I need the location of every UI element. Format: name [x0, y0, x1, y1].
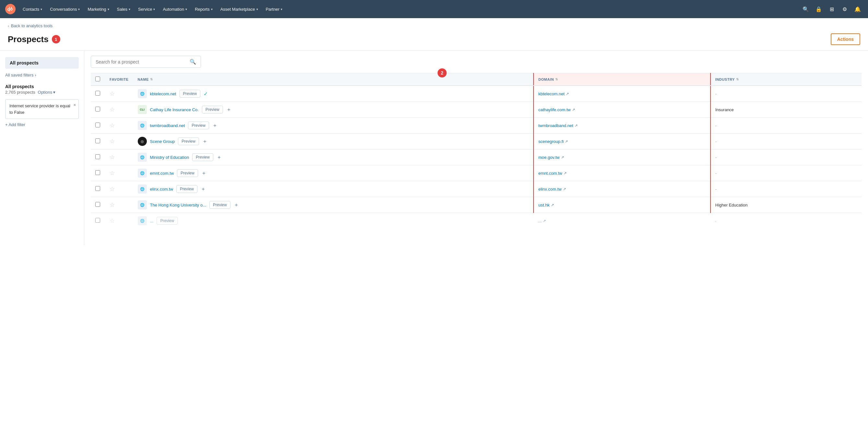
row-checkbox[interactable]: [95, 186, 100, 191]
domain-link[interactable]: elinx.com.tw ↗: [538, 187, 706, 191]
row-checkbox[interactable]: [95, 202, 100, 207]
filter-close-button[interactable]: ×: [73, 102, 76, 108]
page-wrapper: ‹ Back to analytics tools Prospects 1 Ac…: [0, 18, 868, 448]
sidebar-count-row: 2,765 prospects Options ▾: [5, 90, 79, 95]
domain-link[interactable]: ust.hk ↗: [538, 203, 706, 207]
row-checkbox[interactable]: [95, 91, 100, 96]
domain-link[interactable]: moe.gov.tw ↗: [538, 155, 706, 160]
preview-button[interactable]: Preview: [202, 106, 223, 114]
domain-link[interactable]: cathaylife.com.tw ↗: [538, 107, 706, 112]
external-link-icon: ↗: [564, 171, 566, 175]
th-industry[interactable]: INDUSTRY ⇅: [711, 73, 862, 86]
domain-link[interactable]: emnt.com.tw ↗: [538, 171, 706, 176]
cell-industry: -: [711, 133, 862, 149]
star-icon[interactable]: ☆: [110, 90, 115, 97]
bell-icon[interactable]: 🔔: [852, 4, 863, 14]
preview-button[interactable]: Preview: [192, 153, 213, 161]
company-name-link[interactable]: elinx.com.tw: [150, 187, 174, 191]
search-input-wrap[interactable]: 🔍: [91, 56, 201, 68]
row-checkbox[interactable]: [95, 170, 100, 175]
cell-checkbox: [91, 181, 105, 197]
company-name-link[interactable]: kbtelecom.net: [150, 91, 176, 96]
domain-link[interactable]: scenegroup.fi ↗: [538, 139, 706, 144]
preview-button[interactable]: Preview: [176, 185, 197, 193]
nav-conversations[interactable]: Conversations ▾: [47, 5, 83, 13]
star-icon[interactable]: ☆: [110, 106, 115, 113]
company-name-link[interactable]: Scene Group: [150, 139, 175, 144]
row-checkbox[interactable]: [95, 154, 100, 159]
row-action-plus-icon[interactable]: ＋: [217, 154, 222, 161]
row-action-plus-icon[interactable]: ＋: [212, 122, 217, 129]
company-name-link[interactable]: twmbroadband.net: [150, 123, 185, 128]
star-icon[interactable]: ☆: [110, 202, 115, 208]
th-favorite[interactable]: FAVORITE: [105, 73, 133, 86]
nav-service[interactable]: Service ▾: [135, 5, 158, 13]
nav-reports[interactable]: Reports ▾: [191, 5, 216, 13]
cell-favorite: ☆: [105, 181, 133, 197]
row-action-plus-icon[interactable]: ＋: [201, 170, 207, 177]
add-filter-button[interactable]: + Add filter: [5, 122, 79, 127]
preview-button[interactable]: Preview: [209, 201, 230, 209]
nav-partner[interactable]: Partner ▾: [262, 5, 286, 13]
cell-domain: moe.gov.tw ↗: [533, 149, 711, 165]
row-action-plus-icon[interactable]: ＋: [202, 138, 208, 145]
nav-sales[interactable]: Sales ▾: [114, 5, 134, 13]
row-action-plus-icon[interactable]: ＋: [234, 202, 239, 208]
select-all-checkbox[interactable]: [95, 77, 100, 81]
table-row: ☆ CLI Cathay Life Insurance Co. Preview …: [91, 102, 862, 118]
row-checkbox[interactable]: [95, 218, 100, 223]
star-icon[interactable]: ☆: [110, 138, 115, 145]
settings-icon[interactable]: ⚙: [839, 4, 850, 14]
row-action-plus-icon[interactable]: ＋: [200, 186, 206, 192]
apps-icon[interactable]: ⊞: [827, 4, 837, 14]
cell-favorite: ☆: [105, 165, 133, 181]
row-checkbox[interactable]: [95, 107, 100, 112]
th-domain[interactable]: DOMAIN ⇅: [533, 73, 711, 86]
nav-contacts[interactable]: Contacts ▾: [20, 5, 45, 13]
sidebar-all-prospects[interactable]: All prospects: [5, 57, 79, 69]
preview-button[interactable]: Preview: [180, 90, 200, 97]
nav-marketing[interactable]: Marketing ▾: [84, 5, 112, 13]
domain-link[interactable]: kbtelecom.net ↗: [538, 91, 706, 96]
filter-chip: Internet service provider is equal to Fa…: [5, 99, 79, 119]
row-action-plus-icon[interactable]: ＋: [226, 106, 231, 113]
star-icon[interactable]: ☆: [110, 170, 115, 176]
hubspot-logo[interactable]: [5, 4, 16, 14]
star-icon[interactable]: ☆: [110, 217, 115, 224]
star-icon[interactable]: ☆: [110, 186, 115, 192]
saved-filters-link[interactable]: All saved filters ›: [5, 72, 79, 78]
company-name-link[interactable]: ...: [150, 218, 154, 223]
lock-icon[interactable]: 🔒: [813, 4, 824, 14]
table-row: ☆ 🌐 kbtelecom.net Preview ✓ kbtelecom.ne…: [91, 86, 862, 102]
domain-link[interactable]: ... ↗: [538, 218, 706, 223]
th-name[interactable]: NAME ⇅: [133, 73, 533, 86]
industry-value: Insurance: [715, 107, 734, 112]
company-name-link[interactable]: Ministry of Education: [150, 155, 189, 160]
nav-asset-marketplace[interactable]: Asset Marketplace ▾: [217, 5, 261, 13]
row-checkbox[interactable]: [95, 123, 100, 127]
search-input[interactable]: [96, 59, 187, 64]
company-name-link[interactable]: Cathay Life Insurance Co.: [150, 107, 199, 112]
prospects-badge: 1: [52, 35, 60, 43]
row-checkbox[interactable]: [95, 139, 100, 143]
actions-button[interactable]: Actions: [831, 33, 860, 45]
preview-button[interactable]: Preview: [157, 217, 178, 225]
table-row: ☆ 🌐 emnt.com.tw Preview ＋ emnt.com.tw ↗ …: [91, 165, 862, 181]
external-link-icon: ↗: [543, 219, 546, 223]
company-name-link[interactable]: emnt.com.tw: [150, 171, 174, 176]
star-icon[interactable]: ☆: [110, 154, 115, 160]
preview-button[interactable]: Preview: [177, 169, 198, 177]
cell-favorite: ☆: [105, 197, 133, 213]
search-icon[interactable]: 🔍: [801, 4, 811, 14]
nav-automation[interactable]: Automation ▾: [159, 5, 190, 13]
cell-checkbox: [91, 197, 105, 213]
preview-button[interactable]: Preview: [188, 122, 209, 129]
star-icon[interactable]: ☆: [110, 122, 115, 129]
options-button[interactable]: Options ▾: [38, 90, 56, 95]
industry-value: Higher Education: [715, 203, 748, 207]
cell-favorite: ☆: [105, 86, 133, 102]
company-name-link[interactable]: The Hong Kong University o...: [150, 203, 206, 207]
preview-button[interactable]: Preview: [178, 138, 199, 145]
domain-link[interactable]: twmbroadband.net ↗: [538, 123, 706, 128]
back-to-analytics-link[interactable]: Back to analytics tools: [11, 23, 53, 28]
